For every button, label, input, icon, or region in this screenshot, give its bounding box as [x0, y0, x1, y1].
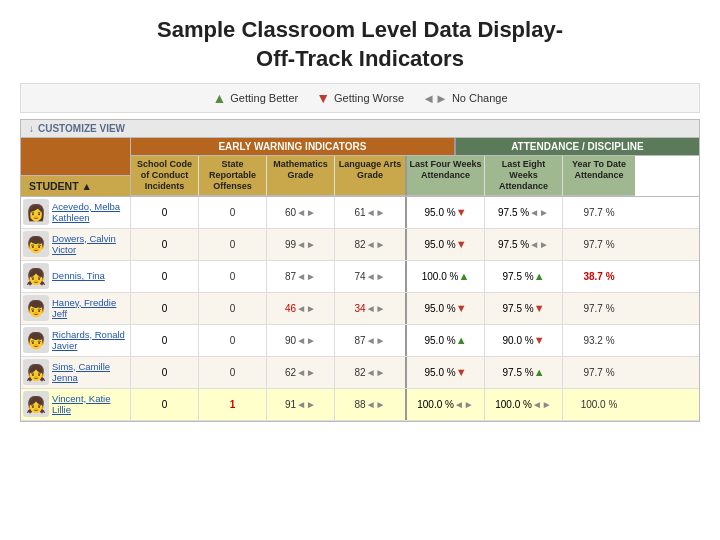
up-arrow-icon: ▲ — [212, 90, 226, 106]
school-code-cell: 0 — [131, 293, 199, 324]
last-eight-cell: 97.5 % ▼ — [485, 293, 563, 324]
table-row: 👦 Haney, Freddie Jeff 0 0 46 ◄► 34 ◄► 95… — [21, 293, 699, 325]
sub-headers-row: School Code of Conduct Incidents State R… — [131, 156, 699, 195]
ytd-cell: 38.7 % — [563, 261, 635, 292]
last-four-cell: 95.0 % ▼ — [407, 197, 485, 228]
lr-arrow-icon: ◄► — [422, 91, 448, 106]
student-name[interactable]: Dennis, Tina — [49, 270, 105, 281]
math-grade-cell: 90 ◄► — [267, 325, 335, 356]
state-reportable-cell: 0 — [199, 293, 267, 324]
student-cell: 👦 Richards, Ronald Javier — [21, 325, 131, 356]
ytd-cell: 97.7 % — [563, 197, 635, 228]
math-grade-cell: 87 ◄► — [267, 261, 335, 292]
last-eight-cell: 90.0 % ▼ — [485, 325, 563, 356]
student-col-group: STUDENT ▲ — [21, 138, 131, 195]
state-reportable-cell: 1 — [199, 389, 267, 420]
lang-grade-cell: 82 ◄► — [335, 357, 407, 388]
legend-getting-worse: ▼ Getting Worse — [316, 90, 404, 106]
student-cell: 👦 Dowers, Calvin Victor — [21, 229, 131, 260]
school-code-cell: 0 — [131, 197, 199, 228]
main-table: ↓ CUSTOMIZE VIEW STUDENT ▲ EARLY WARNING… — [20, 119, 700, 421]
student-cell: 👧 Dennis, Tina — [21, 261, 131, 292]
last-four-cell: 100.0 % ◄► — [407, 389, 485, 420]
last-four-cell: 95.0 % ▼ — [407, 229, 485, 260]
state-reportable-cell: 0 — [199, 357, 267, 388]
early-warning-header: EARLY WARNING INDICATORS — [131, 138, 456, 155]
empty-top-left — [21, 138, 130, 175]
student-cell: 👩 Acevedo, Melba Kathleen — [21, 197, 131, 228]
last-four-cell: 95.0 % ▼ — [407, 357, 485, 388]
math-grade-subheader: Mathematics Grade — [267, 156, 335, 195]
down-arrow-icon: ▼ — [316, 90, 330, 106]
table-row: 👧 Sims, Camille Jenna 0 0 62 ◄► 82 ◄► 95… — [21, 357, 699, 389]
state-reportable-cell: 0 — [199, 229, 267, 260]
group-header-row: EARLY WARNING INDICATORS ATTENDANCE / DI… — [131, 138, 699, 156]
last-eight-cell: 100.0 % ◄► — [485, 389, 563, 420]
state-reportable-cell: 0 — [199, 197, 267, 228]
ytd-cell: 100.0 % — [563, 389, 635, 420]
lang-grade-cell: 74 ◄► — [335, 261, 407, 292]
state-reportable-cell: 0 — [199, 261, 267, 292]
avatar: 👦 — [23, 295, 49, 321]
avatar: 👩 — [23, 199, 49, 225]
school-code-cell: 0 — [131, 261, 199, 292]
table-row: 👩 Acevedo, Melba Kathleen 0 0 60 ◄► 61 ◄… — [21, 197, 699, 229]
school-code-subheader: School Code of Conduct Incidents — [131, 156, 199, 195]
math-grade-cell: 91 ◄► — [267, 389, 335, 420]
math-grade-cell: 60 ◄► — [267, 197, 335, 228]
state-reportable-cell: 0 — [199, 325, 267, 356]
student-name[interactable]: Haney, Freddie Jeff — [49, 297, 127, 320]
avatar: 👧 — [23, 359, 49, 385]
ytd-cell: 97.7 % — [563, 357, 635, 388]
lang-grade-cell: 34 ◄► — [335, 293, 407, 324]
student-name[interactable]: Richards, Ronald Javier — [49, 329, 127, 352]
avatar: 👦 — [23, 327, 49, 353]
ytd-cell: 93.2 % — [563, 325, 635, 356]
last-four-cell: 100.0 % ▲ — [407, 261, 485, 292]
student-name[interactable]: Sims, Camille Jenna — [49, 361, 127, 384]
lang-grade-cell: 82 ◄► — [335, 229, 407, 260]
last-eight-cell: 97.5 % ▲ — [485, 357, 563, 388]
last-eight-cell: 97.5 % ◄► — [485, 229, 563, 260]
legend-getting-better: ▲ Getting Better — [212, 90, 298, 106]
avatar: 👦 — [23, 231, 49, 257]
table-row: 👦 Richards, Ronald Javier 0 0 90 ◄► 87 ◄… — [21, 325, 699, 357]
ytd-subheader: Year To Date Attendance — [563, 156, 635, 195]
school-code-cell: 0 — [131, 357, 199, 388]
lang-grade-cell: 87 ◄► — [335, 325, 407, 356]
last-four-cell: 95.0 % ▼ — [407, 293, 485, 324]
math-grade-cell: 46 ◄► — [267, 293, 335, 324]
customize-arrow-icon: ↓ — [29, 123, 34, 134]
table-row: 👧 Vincent, Katie Lillie 0 1 91 ◄► 88 ◄► … — [21, 389, 699, 421]
student-col-header: STUDENT ▲ — [21, 176, 130, 196]
lang-grade-subheader: Language Arts Grade — [335, 156, 407, 195]
math-grade-cell: 99 ◄► — [267, 229, 335, 260]
state-reportable-subheader: State Reportable Offenses — [199, 156, 267, 195]
last-eight-cell: 97.5 % ◄► — [485, 197, 563, 228]
student-cell: 👦 Haney, Freddie Jeff — [21, 293, 131, 324]
last-eight-cell: 97.5 % ▲ — [485, 261, 563, 292]
student-name[interactable]: Acevedo, Melba Kathleen — [49, 201, 127, 224]
header-section: STUDENT ▲ EARLY WARNING INDICATORS ATTEN… — [21, 138, 699, 196]
ytd-cell: 97.7 % — [563, 293, 635, 324]
student-cell: 👧 Sims, Camille Jenna — [21, 357, 131, 388]
last-eight-subheader: Last Eight Weeks Attendance — [485, 156, 563, 195]
avatar: 👧 — [23, 263, 49, 289]
legend-bar: ▲ Getting Better ▼ Getting Worse ◄► No C… — [20, 83, 700, 113]
attendance-header: ATTENDANCE / DISCIPLINE — [456, 138, 699, 155]
lang-grade-cell: 88 ◄► — [335, 389, 407, 420]
student-cell: 👧 Vincent, Katie Lillie — [21, 389, 131, 420]
student-name[interactable]: Vincent, Katie Lillie — [49, 393, 127, 416]
col-groups: EARLY WARNING INDICATORS ATTENDANCE / DI… — [131, 138, 699, 195]
last-four-subheader: Last Four Weeks Attendance — [407, 156, 485, 195]
customize-bar[interactable]: ↓ CUSTOMIZE VIEW — [21, 120, 699, 138]
math-grade-cell: 62 ◄► — [267, 357, 335, 388]
page-title: Sample Classroom Level Data Display- Off… — [0, 0, 720, 83]
last-four-cell: 95.0 % ▲ — [407, 325, 485, 356]
table-row: 👦 Dowers, Calvin Victor 0 0 99 ◄► 82 ◄► … — [21, 229, 699, 261]
school-code-cell: 0 — [131, 389, 199, 420]
ytd-cell: 97.7 % — [563, 229, 635, 260]
school-code-cell: 0 — [131, 325, 199, 356]
student-name[interactable]: Dowers, Calvin Victor — [49, 233, 127, 256]
table-row: 👧 Dennis, Tina 0 0 87 ◄► 74 ◄► 100.0 % ▲… — [21, 261, 699, 293]
